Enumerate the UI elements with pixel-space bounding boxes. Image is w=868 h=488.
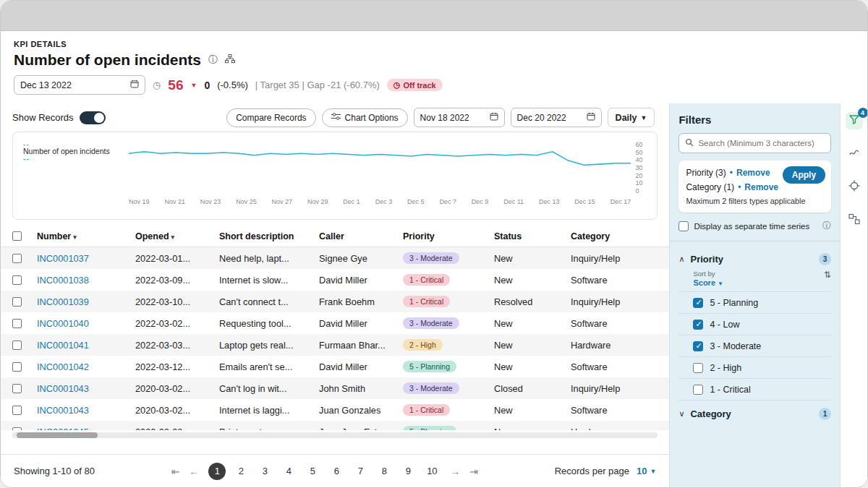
column-header-caller[interactable]: Caller — [319, 231, 403, 241]
range-start-date[interactable]: Nov 18 2022 — [414, 108, 505, 127]
column-header-short-description[interactable]: Short description — [219, 231, 319, 241]
filter-checkbox[interactable] — [693, 385, 703, 395]
sort-field-dropdown[interactable]: Score ▼ — [693, 278, 723, 287]
apply-filters-button[interactable]: Apply — [783, 166, 825, 184]
page-button[interactable]: 1 — [208, 463, 226, 480]
filters-rail-button[interactable]: 4 — [846, 112, 863, 129]
trend-down-icon[interactable]: ▼ — [190, 82, 197, 89]
page-button[interactable]: 10 — [423, 463, 441, 480]
incident-link[interactable]: INC0001043 — [37, 383, 135, 394]
incident-link[interactable]: INC0001041 — [37, 340, 135, 351]
priority-section-title: Priority — [690, 254, 723, 265]
select-all-checkbox[interactable] — [12, 231, 22, 241]
cell-category: Inquiry/Help — [571, 253, 658, 264]
first-page-icon[interactable]: ⇤ — [171, 466, 180, 477]
incident-link[interactable]: INC0001037 — [37, 253, 135, 264]
row-checkbox[interactable] — [12, 384, 22, 393]
compare-records-label: Compare Records — [236, 113, 306, 123]
realtime-icon: ◷ — [153, 80, 161, 90]
chart-options-label: Chart Options — [345, 113, 399, 123]
filter-option[interactable]: 2 - High — [678, 357, 831, 379]
interval-dropdown[interactable]: Daily ▼ — [608, 108, 655, 127]
filter-checkbox[interactable] — [693, 363, 703, 373]
row-checkbox[interactable] — [12, 275, 22, 285]
insights-rail-button[interactable] — [846, 145, 863, 163]
incident-link[interactable]: INC0001043 — [37, 405, 135, 416]
next-page-icon[interactable]: → — [450, 466, 460, 477]
dot-separator: • — [738, 182, 741, 192]
page-button[interactable]: 2 — [232, 463, 250, 480]
scrollbar-thumb[interactable] — [17, 432, 98, 438]
compare-records-button[interactable]: Compare Records — [226, 108, 315, 127]
row-checkbox[interactable] — [12, 362, 22, 372]
cell-category: Software — [571, 405, 658, 416]
page-button[interactable]: 6 — [328, 463, 345, 480]
incident-link[interactable]: INC0001039 — [37, 296, 135, 307]
row-checkbox[interactable] — [12, 427, 22, 431]
filter-count-badge: 4 — [858, 108, 868, 118]
incident-link[interactable]: INC0001038 — [37, 275, 135, 286]
target-rail-button[interactable] — [846, 179, 863, 196]
chart-options-button[interactable]: Chart Options — [322, 108, 408, 127]
page-button[interactable]: 4 — [280, 463, 297, 480]
status-badge-label: Off track — [403, 81, 435, 90]
priority-section-header[interactable]: ∧ Priority 3 — [678, 253, 831, 265]
cell-short-description: Can't log in wit... — [219, 383, 319, 394]
filter-option[interactable]: 4 - Low — [678, 314, 831, 335]
category-section-header[interactable]: ∨ Category 1 — [678, 401, 831, 427]
chart-plot-area — [129, 141, 631, 194]
workflow-rail-button[interactable] — [846, 212, 863, 229]
row-checkbox[interactable] — [12, 254, 22, 263]
kpi-details-window: KPI DETAILS Number of open incidents ⓘ D… — [0, 0, 868, 488]
incident-link[interactable]: INC0001040 — [37, 318, 135, 329]
remove-filter-link[interactable]: Remove — [744, 182, 778, 192]
kpi-date-picker[interactable]: Dec 13 2022 — [14, 75, 145, 95]
range-end-date[interactable]: Dec 20 2022 — [511, 108, 602, 127]
last-page-icon[interactable]: ⇥ — [469, 466, 478, 477]
sort-direction-icon[interactable]: ⇅ — [824, 270, 831, 280]
separate-series-checkbox[interactable] — [678, 221, 689, 231]
calendar-icon — [587, 112, 595, 123]
hierarchy-icon[interactable] — [225, 54, 235, 66]
prev-page-icon[interactable]: ← — [189, 466, 199, 477]
x-tick-label: Nov 19 — [129, 198, 150, 205]
page-button[interactable]: 9 — [399, 463, 417, 480]
x-tick-label: Dec 13 — [539, 198, 560, 205]
column-header-category[interactable]: Category — [571, 231, 658, 241]
cell-category: Software — [571, 275, 658, 286]
row-checkbox[interactable] — [12, 297, 22, 307]
filter-option[interactable]: 1 - Critical — [678, 379, 831, 401]
column-header-status[interactable]: Status — [494, 231, 571, 241]
incident-link[interactable]: INC0001042 — [37, 361, 135, 372]
page-button[interactable]: 3 — [256, 463, 273, 480]
show-records-toggle[interactable] — [80, 111, 106, 124]
filter-search[interactable] — [678, 133, 831, 153]
page-button[interactable]: 7 — [352, 463, 369, 480]
side-rail: 4 — [840, 103, 867, 487]
row-checkbox[interactable] — [12, 341, 22, 350]
filter-checkbox[interactable] — [693, 341, 703, 351]
filter-option[interactable]: 5 - Planning — [678, 292, 831, 314]
info-icon[interactable]: ⓘ — [822, 220, 831, 232]
row-checkbox[interactable] — [12, 319, 22, 328]
remove-filter-link[interactable]: Remove — [736, 168, 770, 178]
filter-checkbox[interactable] — [693, 298, 703, 308]
cell-caller: Signee Gye — [319, 253, 403, 264]
filter-search-input[interactable] — [698, 139, 825, 147]
kpi-delta-pct: (-0.5%) — [217, 80, 248, 90]
page-button[interactable]: 5 — [304, 463, 321, 480]
column-header-number[interactable]: Number▾ — [37, 231, 135, 241]
priority-count-badge: 3 — [819, 253, 831, 265]
filter-option[interactable]: 3 - Moderate — [678, 335, 831, 357]
page-button[interactable]: 8 — [375, 463, 393, 480]
records-per-page-dropdown[interactable]: 10 ▼ — [637, 466, 656, 476]
row-checkbox[interactable] — [12, 406, 22, 415]
column-header-opened[interactable]: Opened▾ — [135, 231, 219, 241]
info-icon[interactable]: ⓘ — [208, 53, 218, 67]
x-tick-label: Nov 25 — [236, 198, 257, 205]
chart-line — [129, 152, 631, 166]
column-header-priority[interactable]: Priority — [403, 231, 494, 241]
filter-checkbox[interactable] — [693, 320, 703, 330]
incident-link[interactable]: INC0001045 — [37, 427, 135, 431]
range-end-value: Dec 20 2022 — [517, 113, 566, 123]
